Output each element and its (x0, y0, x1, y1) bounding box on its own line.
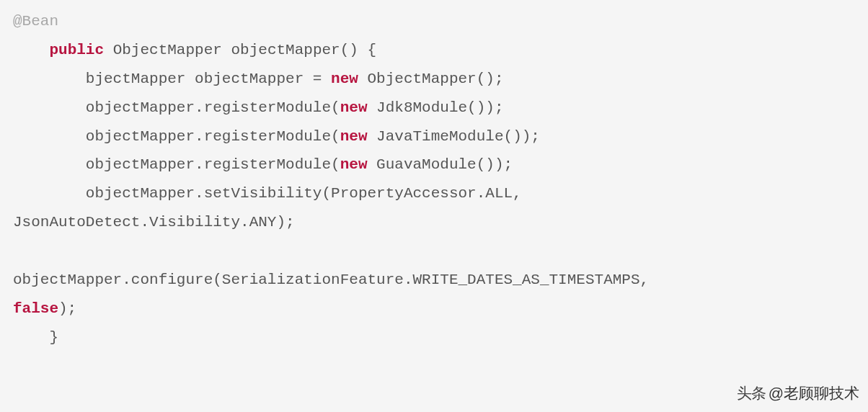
watermark-handle: @老顾聊技术 (769, 379, 859, 408)
watermark: 头条 @老顾聊技术 (737, 379, 859, 408)
code-line-4: objectMapper.registerModule(new Jdk8Modu… (13, 99, 504, 116)
code-line-5: objectMapper.registerModule(new JavaTime… (13, 128, 540, 145)
code-line-12: } (13, 329, 58, 346)
code-line-7: objectMapper.setVisibility(PropertyAcces… (13, 185, 522, 202)
code-line-3: bjectMapper objectMapper = new ObjectMap… (13, 71, 504, 87)
annotation-bean: @Bean (13, 13, 58, 30)
watermark-prefix: 头条 (737, 379, 766, 408)
code-line-6: objectMapper.registerModule(new GuavaMod… (13, 156, 513, 173)
code-line-10: objectMapper.configure(SerializationFeat… (13, 272, 649, 288)
code-block: @Bean public ObjectMapper objectMapper()… (13, 7, 855, 352)
code-line-11: false); (13, 300, 76, 317)
code-line-2: public ObjectMapper objectMapper() { (13, 42, 376, 58)
code-line-8: JsonAutoDetect.Visibility.ANY); (13, 214, 295, 230)
